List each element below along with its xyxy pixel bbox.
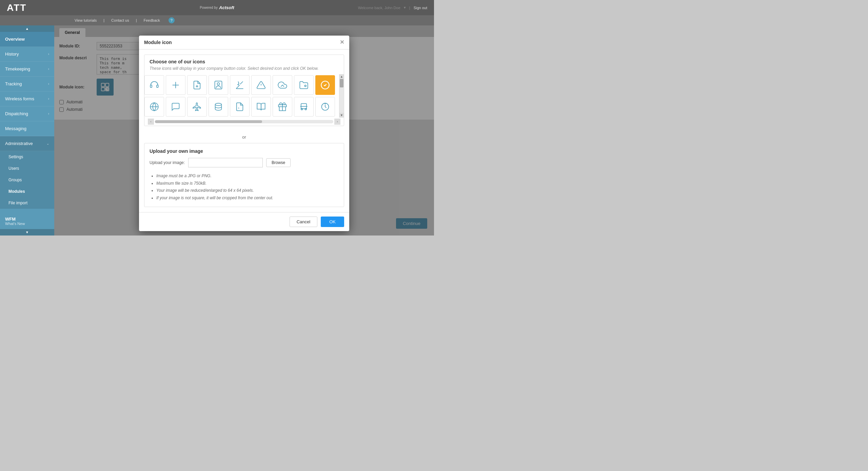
module-icon-modal: Module icon ✕ Choose one of our icons Th…	[139, 36, 349, 231]
scroll-thumb	[340, 79, 343, 87]
main-content: General Module ID: Module descri This fo…	[54, 25, 434, 236]
whats-new-label[interactable]: What's New	[5, 222, 49, 226]
cancel-button[interactable]: Cancel	[290, 217, 317, 227]
upload-rules-list: Image must be a JPG or PNG. Maximum file…	[150, 172, 339, 202]
sidebar-sub-item-label: Settings	[8, 155, 23, 159]
powered-by-text: Powered by	[200, 6, 218, 9]
svg-point-13	[217, 83, 220, 85]
actsoft-logo: Actsoft	[219, 5, 234, 10]
modal-header: Module icon ✕	[139, 36, 349, 49]
chevron-right-icon: ›	[48, 52, 49, 56]
icon-grid-scrollbar[interactable]: ▲ ▼	[339, 74, 344, 118]
ok-button[interactable]: OK	[321, 217, 344, 227]
icon-cell-book[interactable]	[251, 97, 271, 117]
chevron-down-icon[interactable]: ▾	[404, 5, 406, 10]
tutorials-link[interactable]: View tutorials	[75, 18, 97, 22]
sidebar-item-label: Wireless forms	[5, 96, 34, 101]
upload-rule-3: Your image will be reduced/enlarged to 6…	[156, 187, 339, 194]
feedback-link[interactable]: Feedback	[144, 18, 160, 22]
icon-cell-chat[interactable]	[166, 97, 185, 117]
sidebar-item-tracking[interactable]: Tracking ›	[0, 77, 54, 91]
sidebar-item-modules[interactable]: Modules	[0, 186, 54, 197]
icon-row-2: $	[144, 96, 339, 118]
powered-by: Powered by Actsoft	[200, 5, 234, 10]
icon-cell-gift[interactable]	[273, 97, 292, 117]
sidebar-item-dispatching[interactable]: Dispatching ›	[0, 106, 54, 121]
upload-rule-1: Image must be a JPG or PNG.	[156, 172, 339, 180]
or-divider: or	[144, 131, 344, 143]
icon-cell-checkmark[interactable]	[315, 75, 335, 95]
horiz-scroll-right[interactable]: ›	[334, 119, 340, 125]
icon-grid-container: $	[144, 74, 344, 118]
icon-cell-warning[interactable]	[251, 75, 271, 95]
scroll-down-btn[interactable]: ▼	[339, 113, 344, 118]
contact-link[interactable]: Contact us	[111, 18, 129, 22]
icon-cell-folder-settings[interactable]	[294, 75, 314, 95]
icon-cell-globe[interactable]	[144, 97, 164, 117]
modal-close-button[interactable]: ✕	[340, 40, 344, 45]
horizontal-scrollbar: ‹ ›	[144, 118, 344, 126]
sidebar-item-file-import[interactable]: File import	[0, 197, 54, 209]
modal-body[interactable]: Choose one of our icons These icons will…	[139, 49, 349, 212]
modal-overlay: Module icon ✕ Choose one of our icons Th…	[54, 25, 434, 236]
modal-footer: Cancel OK	[139, 212, 349, 231]
svg-point-29	[301, 108, 303, 110]
icon-cell-document-plus[interactable]	[187, 75, 207, 95]
sidebar-sub-item-label: Groups	[8, 178, 22, 182]
upload-row: Upload your image: Browse	[150, 158, 339, 167]
scroll-up-btn[interactable]: ▲	[339, 74, 344, 79]
svg-point-17	[304, 85, 306, 87]
sidebar-item-administrative[interactable]: Administrative ⌄	[0, 136, 54, 151]
sign-out-link[interactable]: Sign out	[414, 6, 427, 10]
icon-cell-contact[interactable]	[209, 75, 228, 95]
sidebar-item-users[interactable]: Users	[0, 163, 54, 174]
icon-cell-invoice[interactable]: $	[230, 97, 250, 117]
header-links: Welcome back, John Doe ▾ | Sign out	[358, 5, 427, 10]
sidebar-item-label: Messaging	[5, 126, 26, 131]
svg-point-30	[305, 108, 307, 110]
chevron-right-icon: ›	[48, 67, 49, 71]
upload-file-input[interactable]	[188, 158, 263, 167]
icon-cell-cloud[interactable]	[273, 75, 292, 95]
separator3: |	[136, 18, 137, 22]
separator: |	[409, 6, 410, 10]
horiz-scroll-track	[155, 120, 333, 123]
icon-row-1	[144, 74, 339, 96]
sidebar-item-timekeeping[interactable]: Timekeeping ›	[0, 62, 54, 77]
help-icon[interactable]: ?	[169, 17, 175, 23]
icon-grid-scroll: $	[144, 74, 339, 118]
chevron-right-icon: ›	[48, 97, 49, 101]
icon-cell-barrel[interactable]	[209, 97, 228, 117]
horiz-scroll-thumb	[155, 120, 262, 123]
icon-cell-bus[interactable]	[294, 97, 314, 117]
sidebar-item-settings[interactable]: Settings	[0, 151, 54, 163]
icon-cell-timer[interactable]	[315, 97, 335, 117]
icon-cell-airport[interactable]	[230, 75, 250, 95]
chevron-right-icon: ›	[48, 82, 49, 86]
sidebar-item-overview[interactable]: Overview	[0, 32, 54, 47]
sidebar-item-groups[interactable]: Groups	[0, 174, 54, 186]
svg-point-24	[215, 103, 222, 106]
horiz-scroll-left[interactable]: ‹	[148, 119, 154, 125]
icon-chooser-section: Choose one of our icons These icons will…	[144, 55, 344, 126]
sidebar-scroll-up[interactable]: ▲	[0, 25, 54, 32]
sidebar-scroll-down[interactable]: ▼	[0, 229, 54, 236]
upload-rule-4: If your image is not square, it will be …	[156, 194, 339, 202]
separator2: |	[103, 18, 104, 22]
svg-text:$: $	[238, 107, 239, 109]
sidebar-item-wireless-forms[interactable]: Wireless forms ›	[0, 91, 54, 106]
icon-section-subtitle: These icons will display in your company…	[144, 66, 344, 74]
icon-cell-plane[interactable]	[187, 97, 207, 117]
sidebar-item-messaging[interactable]: Messaging	[0, 121, 54, 136]
upload-title: Upload your own image	[150, 148, 339, 154]
sidebar-item-history[interactable]: History ›	[0, 47, 54, 62]
svg-rect-6	[150, 85, 152, 87]
sidebar-item-label: Dispatching	[5, 111, 28, 116]
welcome-text: Welcome back, John Doe	[358, 6, 400, 10]
sidebar-item-label: Tracking	[5, 81, 22, 86]
icon-cell-plus[interactable]	[166, 75, 185, 95]
browse-button[interactable]: Browse	[266, 158, 291, 167]
sidebar-sub-item-label: Users	[8, 166, 19, 171]
icon-cell-headphones[interactable]	[144, 75, 164, 95]
wfm-label: WFM	[5, 217, 49, 222]
